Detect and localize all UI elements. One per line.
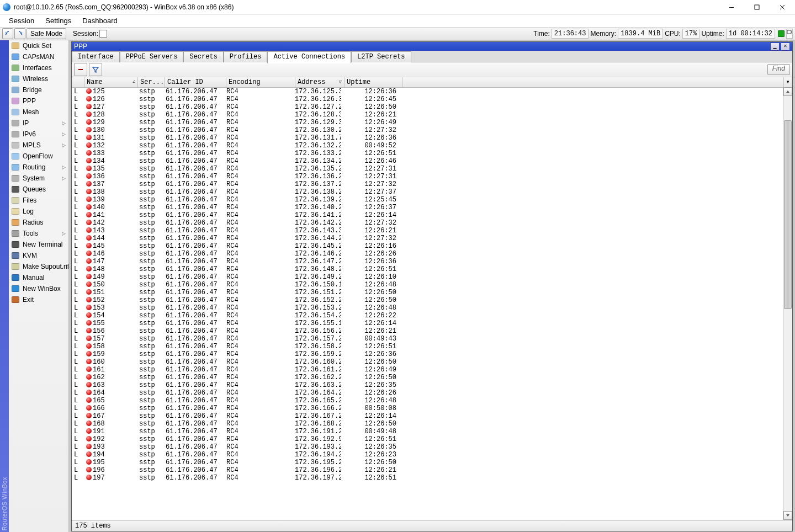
table-row[interactable]: L141sstp61.176.206.47RC4172.36.141.21412…: [72, 211, 792, 219]
scroll-down-icon[interactable]: [783, 511, 792, 520]
table-row[interactable]: L147sstp61.176.206.47RC4172.36.147.22012…: [72, 258, 792, 265]
table-row[interactable]: L151sstp61.176.206.47RC4172.36.151.21812…: [72, 289, 792, 296]
sidebar-item-ip[interactable]: IP▷: [9, 118, 68, 129]
table-row[interactable]: L129sstp61.176.206.47RC4172.36.129.3512:…: [72, 119, 792, 126]
sidebar-item-ppp[interactable]: PPP: [9, 95, 68, 107]
table-body[interactable]: L125sstp61.176.206.47RC4172.36.125.3712:…: [72, 88, 792, 520]
sidebar-item-interfaces[interactable]: Interfaces: [9, 62, 68, 73]
table-row[interactable]: L157sstp61.176.206.47RC4172.36.157.22000…: [72, 335, 792, 343]
table-row[interactable]: L158sstp61.176.206.47RC4172.36.158.21612…: [72, 343, 792, 350]
sidebar-item-capsman[interactable]: CAPsMAN: [9, 51, 68, 62]
table-row[interactable]: L161sstp61.176.206.47RC4172.36.161.22012…: [72, 366, 792, 374]
scroll-thumb[interactable]: [784, 120, 792, 309]
table-row[interactable]: L125sstp61.176.206.47RC4172.36.125.3712:…: [72, 88, 792, 95]
table-row[interactable]: L128sstp61.176.206.47RC4172.36.128.3712:…: [72, 111, 792, 119]
table-row[interactable]: L127sstp61.176.206.47RC4172.36.127.21812…: [72, 103, 792, 111]
col-service[interactable]: Ser...: [138, 77, 165, 87]
table-row[interactable]: L143sstp61.176.206.47RC4172.36.143.3312:…: [72, 227, 792, 235]
table-row[interactable]: L138sstp61.176.206.47RC4172.36.138.21712…: [72, 188, 792, 196]
table-row[interactable]: L196sstp61.176.206.47RC4172.36.196.22212…: [72, 466, 792, 474]
vertical-scrollbar[interactable]: [783, 87, 792, 520]
table-row[interactable]: L197sstp61.176.206.47RC4172.36.197.21412…: [72, 474, 792, 482]
menu-session[interactable]: Session: [3, 15, 40, 27]
table-row[interactable]: L133sstp61.176.206.47RC4172.36.133.21912…: [72, 150, 792, 157]
sidebar-item-manual[interactable]: Manual: [9, 272, 68, 283]
table-row[interactable]: L137sstp61.176.206.47RC4172.36.137.21912…: [72, 180, 792, 188]
table-row[interactable]: L139sstp61.176.206.47RC4172.36.139.22212…: [72, 196, 792, 204]
table-row[interactable]: L153sstp61.176.206.47RC4172.36.153.22012…: [72, 304, 792, 312]
table-row[interactable]: L166sstp61.176.206.47RC4172.36.166.22200…: [72, 405, 792, 412]
safe-mode-button[interactable]: Safe Mode: [26, 28, 66, 39]
tab-profiles[interactable]: Profiles: [224, 51, 268, 62]
undo-button[interactable]: [2, 28, 13, 39]
table-row[interactable]: L164sstp61.176.206.47RC4172.36.164.22212…: [72, 389, 792, 397]
menu-dashboard[interactable]: Dashboard: [77, 15, 123, 27]
panel-title-bar[interactable]: PPP ▁ ✕: [72, 42, 792, 51]
find-button[interactable]: Find: [767, 64, 790, 75]
table-row[interactable]: L142sstp61.176.206.47RC4172.36.142.21812…: [72, 219, 792, 227]
table-row[interactable]: L145sstp61.176.206.47RC4172.36.145.2612:…: [72, 242, 792, 250]
table-row[interactable]: L126sstp61.176.206.47RC4172.36.126.3812:…: [72, 95, 792, 103]
table-row[interactable]: L136sstp61.176.206.47RC4172.36.136.21712…: [72, 173, 792, 180]
tab-pppoe-servers[interactable]: PPPoE Servers: [120, 51, 184, 62]
table-row[interactable]: L148sstp61.176.206.47RC4172.36.148.21612…: [72, 265, 792, 273]
menu-settings[interactable]: Settings: [40, 15, 77, 27]
tab-secrets[interactable]: Secrets: [183, 51, 223, 62]
table-row[interactable]: L193sstp61.176.206.47RC4172.36.193.21812…: [72, 443, 792, 451]
sidebar-item-mpls[interactable]: MPLS▷: [9, 140, 68, 151]
table-row[interactable]: L192sstp61.176.206.47RC4172.36.192.912:2…: [72, 435, 792, 443]
redo-button[interactable]: [14, 28, 25, 39]
table-row[interactable]: L195sstp61.176.206.47RC4172.36.195.21512…: [72, 459, 792, 466]
table-row[interactable]: L134sstp61.176.206.47RC4172.36.134.21912…: [72, 157, 792, 165]
sidebar-item-radius[interactable]: Radius: [9, 217, 68, 228]
sidebar-item-files[interactable]: Files: [9, 195, 68, 206]
table-row[interactable]: L156sstp61.176.206.47RC4172.36.156.22112…: [72, 327, 792, 335]
table-row[interactable]: L131sstp61.176.206.47RC4172.36.131.712:2…: [72, 134, 792, 142]
table-row[interactable]: L130sstp61.176.206.47RC4172.36.130.21912…: [72, 126, 792, 134]
col-name[interactable]: Name∠: [84, 77, 138, 87]
panel-close-button[interactable]: ✕: [781, 42, 790, 51]
table-row[interactable]: L167sstp61.176.206.47RC4172.36.167.21812…: [72, 412, 792, 420]
sidebar-item-routing[interactable]: Routing▷: [9, 162, 68, 173]
sidebar-item-wireless[interactable]: Wireless: [9, 73, 68, 84]
table-row[interactable]: L168sstp61.176.206.47RC4172.36.168.21512…: [72, 420, 792, 428]
table-row[interactable]: L154sstp61.176.206.47RC4172.36.154.22212…: [72, 312, 792, 320]
panel-min-button[interactable]: ▁: [770, 42, 780, 51]
maximize-button[interactable]: [744, 0, 770, 14]
table-row[interactable]: L144sstp61.176.206.47RC4172.36.144.21812…: [72, 235, 792, 242]
col-caller[interactable]: Caller ID: [165, 77, 226, 87]
table-row[interactable]: L149sstp61.176.206.47RC4172.36.149.21912…: [72, 273, 792, 281]
table-row[interactable]: L162sstp61.176.206.47RC4172.36.162.21612…: [72, 374, 792, 381]
sidebar-item-kvm[interactable]: KVM: [9, 250, 68, 261]
scroll-up-icon[interactable]: [783, 87, 792, 96]
column-menu-button[interactable]: ▾: [783, 77, 792, 87]
table-row[interactable]: L132sstp61.176.206.47RC4172.36.132.21300…: [72, 142, 792, 150]
sidebar-item-tools[interactable]: Tools▷: [9, 228, 68, 239]
col-encoding[interactable]: Encoding: [226, 77, 295, 87]
sidebar-item-log[interactable]: Log: [9, 206, 68, 217]
table-row[interactable]: L191sstp61.176.206.47RC4172.36.191.21700…: [72, 428, 792, 435]
session-checkbox[interactable]: [99, 30, 107, 38]
tab-l2tp-secrets[interactable]: L2TP Secrets: [351, 51, 411, 62]
filter-button[interactable]: [89, 63, 102, 76]
col-uptime[interactable]: Uptime: [344, 77, 402, 87]
table-row[interactable]: L165sstp61.176.206.47RC4172.36.165.21812…: [72, 397, 792, 405]
sidebar-item-new-winbox[interactable]: New WinBox: [9, 283, 68, 294]
remove-button[interactable]: [74, 63, 87, 76]
col-address[interactable]: Address▽: [295, 77, 344, 87]
table-row[interactable]: L146sstp61.176.206.47RC4172.36.146.22012…: [72, 250, 792, 258]
sidebar-item-quick-set[interactable]: Quick Set: [9, 40, 68, 51]
sidebar-item-bridge[interactable]: Bridge: [9, 84, 68, 95]
table-row[interactable]: L135sstp61.176.206.47RC4172.36.135.21812…: [72, 165, 792, 173]
sidebar-item-queues[interactable]: Queues: [9, 184, 68, 195]
table-row[interactable]: L152sstp61.176.206.47RC4172.36.152.21412…: [72, 296, 792, 304]
sidebar-item-make-supout-rif[interactable]: Make Supout.rif: [9, 261, 68, 272]
close-button[interactable]: [770, 0, 795, 14]
tab-active-connections[interactable]: Active Connections: [267, 51, 351, 63]
sidebar-item-ipv6[interactable]: IPv6▷: [9, 129, 68, 140]
table-row[interactable]: L155sstp61.176.206.47RC4172.36.155.112:2…: [72, 320, 792, 327]
col-flag[interactable]: [72, 77, 84, 87]
table-row[interactable]: L163sstp61.176.206.47RC4172.36.163.22012…: [72, 381, 792, 389]
table-row[interactable]: L160sstp61.176.206.47RC4172.36.160.21512…: [72, 358, 792, 366]
sidebar-item-system[interactable]: System▷: [9, 173, 68, 184]
